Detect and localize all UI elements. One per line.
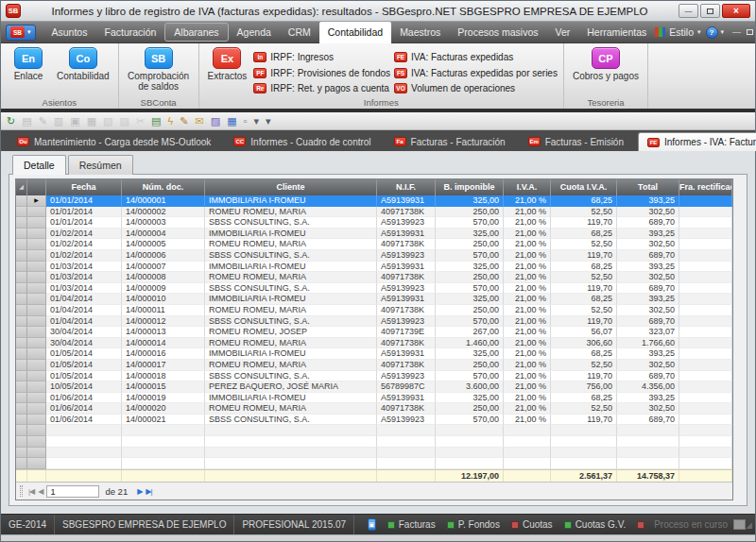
tab-detalle[interactable]: Detalle <box>12 155 66 175</box>
table-row[interactable]: 10/05/201414/000015PEREZ BAQUERO, JOSÉ M… <box>16 381 732 393</box>
save-record-icon[interactable]: ▦ <box>87 113 96 129</box>
table-row[interactable]: 01/03/201414/000007IMMOBILIARIA I-ROMEUA… <box>16 262 732 273</box>
mdi-minimize-button[interactable]: — <box>732 27 741 37</box>
table-row[interactable]: 01/04/201414/000010IMMOBILIARIA I-ROMEUA… <box>16 294 732 305</box>
table-row[interactable]: 01/05/201414/000018SBSS CONSULTING, S.A.… <box>16 371 732 382</box>
column-header-cliente[interactable]: Cliente <box>205 179 377 195</box>
minimize-button[interactable]: — <box>679 4 698 18</box>
column-header-b-imponible[interactable]: B. imponible <box>436 179 504 195</box>
mantenimiento-carga-desde-ms-outlook-icon: Ou <box>17 137 29 146</box>
chevron-down-icon: ▾ <box>27 28 31 36</box>
menu-item-albaranes[interactable]: Albaranes <box>164 23 228 42</box>
contabilidad-button[interactable]: Co Contabilidad <box>54 46 112 95</box>
close-button[interactable]: × <box>722 4 750 18</box>
edit-record-icon[interactable]: ✎ <box>39 113 47 129</box>
table-row[interactable]: 01/06/201414/000021SBSS CONSULTING, S.A.… <box>16 415 732 426</box>
column-header-num-doc[interactable]: Núm. doc. <box>122 179 205 195</box>
table-row[interactable]: 01/06/201414/000020ROMEU ROMEU, MARIA409… <box>16 403 732 415</box>
pager-last-button[interactable]: ▶| <box>146 487 151 496</box>
table-row[interactable]: 30/04/201414/000014ROMEU ROMEU, MARIA409… <box>16 338 732 349</box>
column-header-fra-rectificada[interactable]: Fra. rectificada <box>679 179 732 195</box>
pager-next-button[interactable]: ▶ <box>137 487 142 496</box>
table-row[interactable]: 01/02/201414/000006SBSS CONSULTING, S.A.… <box>16 250 732 262</box>
mdi-restore-button[interactable] <box>747 29 753 35</box>
quick-print-icon[interactable]: ϟ <box>168 113 174 129</box>
doc-tab-mantenimiento-carga-desde-ms-outlook[interactable]: OuMantenimiento - Carga desde MS-Outlook <box>9 132 219 151</box>
doc-tab-facturas-emision[interactable]: EmFacturas - Emisión <box>520 132 632 151</box>
column-header-n-i-f[interactable]: N.I.F. <box>377 179 436 195</box>
menu-item-asuntos[interactable]: Asuntos <box>43 22 96 43</box>
maximize-button[interactable] <box>700 4 720 18</box>
resize-grip-icon[interactable]: ◢ <box>746 520 752 530</box>
new-record-icon[interactable]: ▤ <box>22 113 31 129</box>
pager-first-button[interactable]: |◀ <box>28 487 34 496</box>
table-row[interactable]: 01/01/201414/000002ROMEU ROMEU, MARIA409… <box>16 207 732 218</box>
table-row[interactable]: 01/02/201414/000005ROMEU ROMEU, MARIA409… <box>16 239 732 250</box>
table-row[interactable]: ▶01/01/201414/000001IMMOBILIARIA I-ROMEU… <box>16 195 732 207</box>
menu-item-crm[interactable]: CRM <box>280 22 319 43</box>
ribbon-item-irpf-ingresos[interactable]: InIRPF: Ingresos <box>253 50 390 64</box>
menu-item-maestros[interactable]: Maestros <box>391 22 449 43</box>
estilo-button[interactable]: Estilo ▾ <box>655 26 700 38</box>
column-header-cuota-i-v-a[interactable]: Cuota I.V.A. <box>551 179 617 195</box>
table-row[interactable]: 30/04/201414/000013ROMEU ROMEU, JOSEP409… <box>16 327 732 338</box>
ribbon-item-iva-facturas-expedidas[interactable]: FEIVA: Facturas expedidas <box>394 50 558 64</box>
column-header-fecha[interactable]: Fecha <box>46 179 122 195</box>
column-header-total[interactable]: Total <box>617 179 679 195</box>
menu-item-procesos-masivos[interactable]: Procesos masivos <box>449 22 546 43</box>
cut-icon[interactable]: ✂ <box>136 113 145 129</box>
design-view-icon[interactable]: ▨ <box>211 113 220 129</box>
copy-icon[interactable]: ▧ <box>103 113 112 129</box>
open-record-icon[interactable]: ▥ <box>54 113 63 129</box>
menu-item-herramientas[interactable]: Herramientas <box>578 22 655 43</box>
chevron-down-icon[interactable]: ▾ <box>253 113 259 129</box>
row-selector-icon: ▶ <box>27 195 46 207</box>
help-button[interactable]: ? ▾ <box>706 26 725 39</box>
p-fondos-icon <box>447 521 455 529</box>
email-icon[interactable]: ✉ <box>196 113 204 129</box>
comprobacion-de-saldos-button[interactable]: SB Comprobación de saldos <box>125 46 193 95</box>
table-row[interactable]: 01/05/201414/000017ROMEU ROMEU, MARIA409… <box>16 360 732 371</box>
app-menu-button[interactable]: SB ▾ <box>6 25 36 41</box>
ribbon-item-volumen-de-operaciones[interactable]: VOVolumen de operaciones <box>394 81 558 95</box>
menu-item-ver[interactable]: Ver <box>547 22 579 43</box>
menu-item-facturacion[interactable]: Facturación <box>95 22 164 43</box>
extractos-icon: Ex <box>213 47 241 69</box>
table-row[interactable]: 01/03/201414/000009SBSS CONSULTING, S.A.… <box>16 283 732 295</box>
menu-item-contabilidad[interactable]: Contabilidad <box>319 22 391 43</box>
ribbon-item-irpf-provisiones-de-fondos[interactable]: PFIRPF: Provisiones de fondos <box>253 66 390 80</box>
table-row[interactable]: 01/06/201414/000019IMMOBILIARIA I-ROMEUA… <box>16 393 732 404</box>
duplicate-record-icon[interactable]: ▣ <box>70 113 79 129</box>
table-row[interactable]: 01/04/201414/000012SBSS CONSULTING, S.A.… <box>16 316 732 328</box>
column-header-i-v-a[interactable]: I.V.A. <box>504 179 551 195</box>
table-row[interactable]: 01/01/201414/000003SBSS CONSULTING, S.A.… <box>16 217 732 229</box>
cobros-y-pagos-button[interactable]: CP Cobros y pagos <box>570 46 642 95</box>
table-row[interactable]: 01/04/201414/000011ROMEU ROMEU, MARIA409… <box>16 305 732 316</box>
grid-header: ◢FechaNúm. doc.ClienteN.I.F.B. imponible… <box>16 179 732 195</box>
doc-tab-facturas-facturacion[interactable]: FaFacturas - Facturación <box>386 132 514 151</box>
data-grid-icon[interactable]: ▦ <box>227 113 236 129</box>
extractos-button[interactable]: Ex Extractos <box>205 46 250 95</box>
messenger-icon[interactable]: ▣ <box>368 518 376 531</box>
enlace-button[interactable]: En Enlace <box>7 46 50 95</box>
ribbon-item-iva-facturas-expedidas-por-series[interactable]: FSIVA: Facturas expedidas por series <box>394 66 558 80</box>
ribbon-group-informes: Ex Extractos InIRPF: IngresosPFIRPF: Pro… <box>199 43 564 109</box>
table-row[interactable]: 01/03/201414/000008ROMEU ROMEU, MARIA409… <box>16 272 732 283</box>
doc-tab-informes-cuadro-de-control[interactable]: CCInformes - Cuadro de control <box>225 132 379 151</box>
menu-item-agenda[interactable]: Agenda <box>229 22 280 43</box>
paste-icon[interactable]: ▨ <box>119 113 129 129</box>
table-row[interactable]: 01/05/201414/000016IMMOBILIARIA I-ROMEUA… <box>16 348 732 360</box>
table-row[interactable]: 01/02/201414/000004IMMOBILIARIA I-ROMEUA… <box>16 229 732 240</box>
new-window-icon[interactable]: ▫ <box>244 113 248 129</box>
page-tabs: DetalleResúmen <box>9 155 747 175</box>
export-document-icon[interactable]: ✎ <box>180 113 188 129</box>
page-number-input[interactable]: 1 <box>46 485 99 498</box>
doc-tab-informes-iva-facturas-expedidas[interactable]: FEInformes - IVA: Facturas expedidas× <box>638 132 756 151</box>
ribbon-item-irpf-ret-y-pagos-a-cuenta[interactable]: ReIRPF: Ret. y pagos a cuenta <box>253 81 390 95</box>
toolbar-options-icon[interactable]: ▾ <box>266 113 271 129</box>
print-icon[interactable]: ▤ <box>151 113 161 129</box>
refresh-icon[interactable]: ↻ <box>7 113 15 129</box>
facturas-icon <box>387 521 395 529</box>
pager-prev-button[interactable]: ◀ <box>38 487 43 496</box>
tab-resumen[interactable]: Resúmen <box>68 155 133 175</box>
